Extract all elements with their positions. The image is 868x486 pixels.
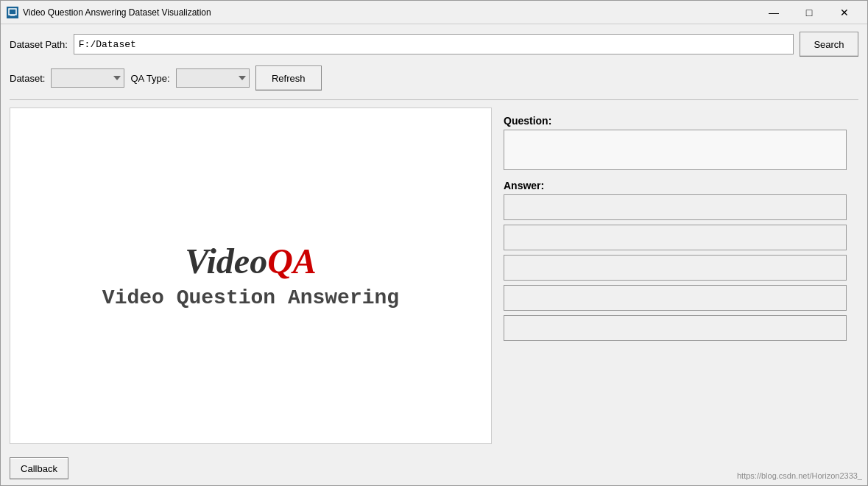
qa-type-dropdown[interactable] — [176, 68, 250, 88]
logo-subtitle: Video Question Answering — [102, 286, 399, 309]
search-button[interactable]: Search — [800, 32, 858, 57]
question-label: Question: — [504, 115, 847, 127]
qa-panel: Question: Answer: — [492, 108, 858, 444]
svg-rect-0 — [9, 9, 16, 15]
app-icon — [7, 7, 18, 18]
answer-box-4[interactable] — [504, 285, 847, 311]
title-bar: Video Question Answering Dataset Visuali… — [1, 1, 867, 24]
video-panel: VideoQA Video Question Answering — [10, 108, 492, 444]
answer-boxes — [504, 194, 847, 341]
main-window: Video Question Answering Dataset Visuali… — [0, 0, 868, 486]
refresh-button[interactable]: Refresh — [255, 66, 322, 91]
question-input[interactable] — [504, 130, 847, 170]
content-area: Dataset Path: Search Dataset: QA Type: R… — [1, 24, 867, 451]
controls-row: Dataset: QA Type: Refresh — [10, 66, 858, 91]
svg-rect-1 — [10, 15, 15, 16]
dataset-dropdown[interactable] — [51, 68, 124, 88]
answer-label: Answer: — [504, 180, 847, 191]
close-button[interactable]: ✕ — [828, 2, 861, 23]
video-logo: VideoQA Video Question Answering — [102, 242, 399, 310]
main-area: VideoQA Video Question Answering Questio… — [10, 108, 858, 444]
answer-box-3[interactable] — [504, 255, 847, 281]
logo-video-text: Video — [185, 242, 267, 281]
bottom-bar: Callback — [1, 451, 867, 485]
answer-box-2[interactable] — [504, 225, 847, 250]
window-title: Video Question Answering Dataset Visuali… — [23, 7, 757, 18]
callback-button[interactable]: Callback — [10, 457, 68, 479]
maximize-button[interactable]: □ — [792, 2, 826, 23]
minimize-button[interactable]: — — [757, 2, 791, 23]
answer-section: Answer: — [504, 180, 847, 341]
answer-box-1[interactable] — [504, 194, 847, 220]
logo-qa-text: QA — [267, 242, 317, 281]
watermark: https://blog.csdn.net/Horizon2333_ — [737, 471, 862, 480]
window-controls: — □ ✕ — [757, 2, 861, 23]
question-section: Question: — [504, 115, 847, 172]
dataset-label: Dataset: — [10, 73, 45, 84]
qa-type-label: QA Type: — [130, 73, 169, 84]
dataset-path-row: Dataset Path: Search — [10, 32, 858, 57]
logo-title: VideoQA — [102, 242, 399, 281]
divider — [10, 99, 858, 100]
answer-box-5[interactable] — [504, 315, 847, 341]
dataset-path-label: Dataset Path: — [10, 39, 68, 50]
dataset-path-input[interactable] — [74, 34, 794, 54]
